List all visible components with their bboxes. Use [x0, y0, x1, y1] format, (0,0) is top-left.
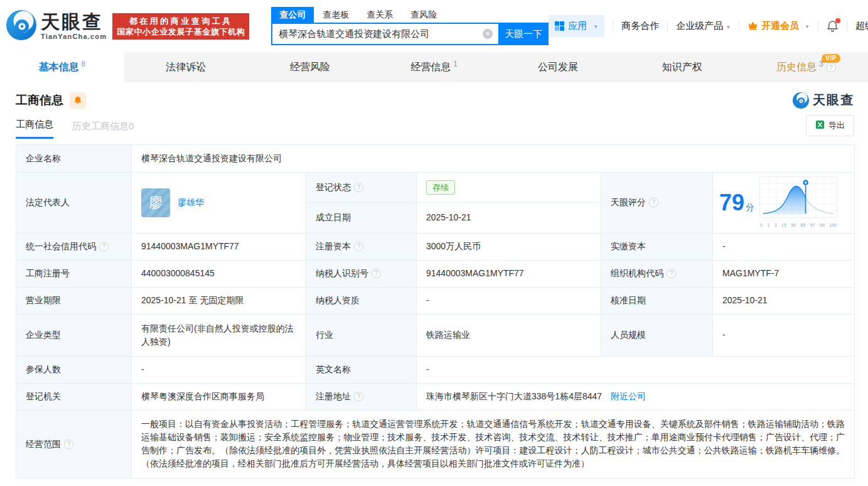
tab-operating-info[interactable]: 经营信息 1 [372, 52, 496, 82]
top-nav: 应用 商务合作 企业级产品 开通会员 超级... [549, 15, 868, 37]
search-button[interactable]: 天眼一下 [498, 23, 549, 45]
search-tab-boss[interactable]: 查老板 [314, 7, 358, 23]
tab-history-info[interactable]: 历史信息 3 VIP [744, 52, 868, 82]
field-reg-capital-value: 3000万人民币 [417, 233, 601, 260]
table-row: 工商注册号 440003000845145 纳税人识别号 91440003MAG… [16, 260, 855, 287]
table-row: 企业名称 横琴深合轨道交通投资建设有限公司 [16, 145, 855, 173]
field-paid-capital-value: - [713, 233, 855, 260]
divider [667, 21, 668, 31]
tab-basic-info[interactable]: 基本信息 8 [0, 52, 124, 82]
table-row: 参保人数 - 英文名称 - [16, 356, 855, 383]
tab-label: 法律诉讼 [166, 61, 206, 74]
search-tab-relation[interactable]: 查关系 [358, 7, 402, 23]
field-establish-date-label: 成立日期 [306, 203, 417, 233]
field-company-type-label: 企业类型 [16, 314, 132, 356]
tab-company-development[interactable]: 公司发展 [496, 52, 620, 82]
field-english-name-value: - [417, 356, 855, 383]
promo-line2: 国家中小企业发展子基金旗下机构 [117, 26, 245, 37]
divider [613, 21, 613, 31]
tianyancha-watermark: 天眼查 [793, 92, 854, 109]
notification-bell-icon[interactable] [827, 20, 839, 32]
company-tab-bar: 基本信息 8 法律诉讼 经营风险 经营信息 1 公司发展 知识产权 历史信息 3… [0, 52, 868, 82]
field-approval-date-value: 2025-10-21 [713, 287, 855, 314]
field-org-code-value: MAG1MYTF-7 [713, 260, 855, 287]
field-business-term-value: 2025-10-21 至 无固定期限 [132, 287, 306, 314]
apps-label: 应用 [568, 20, 587, 32]
help-icon[interactable] [354, 242, 363, 251]
field-score-label: 天眼评分 [601, 173, 713, 234]
nav-super-vip[interactable]: 超级... [855, 20, 868, 32]
field-business-scope-label: 经营范围 [16, 410, 132, 478]
tianyancha-logo-icon [6, 10, 36, 43]
help-icon[interactable] [649, 198, 658, 207]
subtab-history-business-info[interactable]: 历史工商信息0 [72, 121, 134, 139]
field-legal-rep-value: 廖 廖雄华 [132, 173, 306, 234]
nav-cooperation[interactable]: 商务合作 [621, 20, 659, 32]
field-score-value: 79分 [713, 173, 855, 234]
tab-label: 经营风险 [290, 61, 330, 74]
score-number: 79 [719, 190, 744, 215]
tab-label: 知识产权 [662, 61, 702, 74]
field-reg-status-value: 存续 [417, 173, 601, 203]
tab-count: 8 [81, 60, 85, 68]
field-legal-rep-label: 法定代表人 [16, 173, 132, 234]
field-industry-value: 铁路运输业 [417, 314, 601, 356]
field-reg-number-value: 440003000845145 [132, 260, 306, 287]
table-row: 企业类型 有限责任公司(非自然人投资或控股的法人独资) 行业 铁路运输业 人员规… [16, 314, 855, 356]
nearby-companies-link[interactable]: 附近公司 [611, 391, 646, 401]
search-input[interactable] [271, 23, 498, 45]
tianyancha-logo[interactable]: 天眼查 TianYanCha.com [6, 10, 107, 43]
field-reg-authority-label: 登记机关 [16, 383, 132, 410]
field-business-term-label: 营业期限 [16, 287, 132, 314]
tab-operating-risk[interactable]: 经营风险 [248, 52, 372, 82]
section-title: 工商信息 [16, 92, 63, 109]
help-icon[interactable] [354, 392, 363, 401]
nav-enterprise-products[interactable]: 企业级产品 [676, 20, 731, 32]
export-button[interactable]: 导出 [806, 115, 854, 136]
field-reg-address-label: 注册地址 [306, 383, 417, 410]
field-insured-value: - [132, 356, 306, 383]
help-icon[interactable] [372, 269, 381, 278]
divider [739, 21, 739, 31]
search-tab-company[interactable]: 查公司 [271, 7, 314, 23]
subtab-business-info[interactable]: 工商信息 [16, 119, 53, 139]
legal-rep-link[interactable]: 廖雄华 [178, 196, 204, 209]
subscribe-bell-icon[interactable] [70, 92, 86, 109]
apps-menu[interactable]: 应用 [549, 15, 604, 37]
tab-intellectual-property[interactable]: 知识产权 [620, 52, 744, 82]
field-staff-size-label: 人员规模 [601, 314, 713, 356]
field-reg-status-label: 登记状态 [306, 173, 417, 203]
help-icon[interactable] [827, 63, 836, 72]
crown-icon [747, 21, 758, 32]
score-axis-labels: 0131550859799100 [759, 222, 837, 229]
tab-legal-proceedings[interactable]: 法律诉讼 [124, 52, 249, 82]
field-company-type-value: 有限责任公司(非自然人投资或控股的法人独资) [132, 314, 306, 356]
search-tab-bar: 查公司 查老板 查关系 查风险 [271, 7, 549, 23]
promo-line1: 都在用的商业查询工具 [117, 16, 245, 26]
field-taxpayer-id-label: 纳税人识别号 [306, 260, 417, 287]
search-area: 查公司 查老板 查关系 查风险 天眼一下 [271, 7, 549, 45]
help-icon[interactable] [667, 269, 676, 278]
logo-title: 天眼查 [41, 13, 107, 31]
help-icon[interactable] [64, 440, 73, 449]
field-paid-capital-label: 实缴资本 [601, 233, 713, 260]
help-icon[interactable] [354, 183, 363, 192]
field-reg-capital-label: 注册资本 [306, 233, 417, 260]
field-company-name-value: 横琴深合轨道交通投资建设有限公司 [132, 145, 855, 173]
tab-label: 经营信息 [410, 61, 451, 74]
chevron-down-icon [726, 23, 731, 30]
notification-dot [835, 18, 840, 23]
help-icon[interactable] [99, 242, 109, 251]
field-taxpayer-quality-value: - [417, 287, 601, 314]
table-row: 统一社会信用代码 91440003MAG1MYTF77 注册资本 3000万人民… [16, 233, 855, 260]
field-reg-authority-value: 横琴粤澳深度合作区商事服务局 [132, 383, 306, 410]
tab-label: 基本信息 [38, 61, 78, 74]
page-header: 天眼查 TianYanCha.com 都在用的商业查询工具 国家中小企业发展子基… [0, 0, 868, 52]
field-taxpayer-quality-label: 纳税人资质 [306, 287, 417, 314]
legal-rep-avatar[interactable]: 廖 [141, 188, 170, 217]
search-tab-risk[interactable]: 查风险 [402, 7, 446, 23]
open-vip-button[interactable]: 开通会员 [747, 20, 810, 32]
status-badge: 存续 [426, 180, 455, 195]
field-industry-label: 行业 [306, 314, 417, 356]
business-info-table: 企业名称 横琴深合轨道交通投资建设有限公司 法定代表人 廖 廖雄华 登记状态 存… [16, 144, 855, 478]
